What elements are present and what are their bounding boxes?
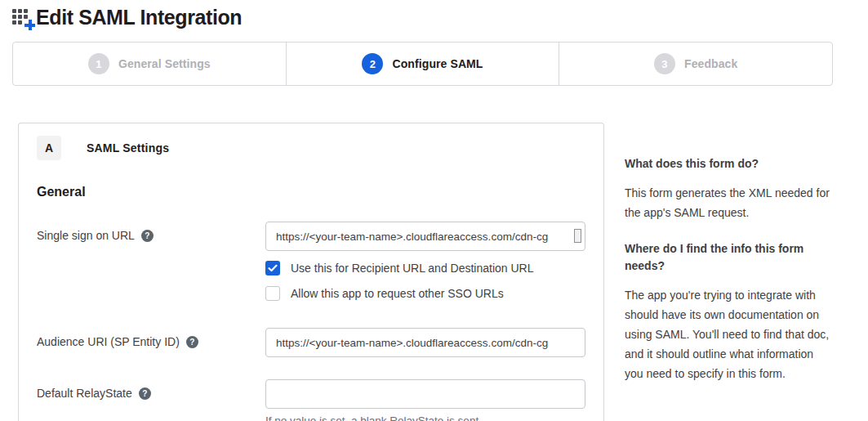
step-configure-saml[interactable]: 2 Configure SAML: [286, 43, 559, 85]
step-number-badge: 3: [654, 53, 675, 74]
section-title: SAML Settings: [87, 141, 169, 155]
main-content: A SAML Settings General Single sign on U…: [18, 123, 868, 421]
help-heading: What does this form do?: [625, 155, 830, 172]
step-label: General Settings: [118, 57, 211, 70]
checkbox-label: Use this for Recipient URL and Destinati…: [291, 262, 534, 275]
default-relaystate-input[interactable]: [265, 379, 585, 409]
recipient-url-checkbox[interactable]: [265, 261, 280, 275]
step-number-badge: 2: [362, 53, 383, 74]
single-sign-on-url-input[interactable]: [265, 222, 585, 251]
help-icon[interactable]: ?: [186, 336, 198, 348]
general-group-title: General: [37, 185, 585, 199]
saml-settings-panel: A SAML Settings General Single sign on U…: [18, 123, 604, 421]
checkbox-row-other-sso-urls: Allow this app to request other SSO URLs: [265, 286, 585, 301]
step-label: Configure SAML: [392, 57, 483, 70]
help-icon[interactable]: ?: [141, 230, 154, 242]
check-icon: [268, 263, 278, 273]
help-icon[interactable]: ?: [139, 387, 151, 400]
field-label: Default RelayState: [37, 387, 132, 400]
step-feedback[interactable]: 3 Feedback: [559, 43, 832, 85]
step-general-settings[interactable]: 1 General Settings: [13, 43, 286, 85]
wizard-steps: 1 General Settings 2 Configure SAML 3 Fe…: [12, 42, 833, 86]
help-sidebar: What does this form do? This form genera…: [625, 123, 830, 383]
checkbox-label: Allow this app to request other SSO URLs: [291, 287, 504, 300]
help-heading: Where do I find the info this form needs…: [625, 240, 830, 275]
field-row-audience-uri: Audience URI (SP Entity ID) ?: [37, 328, 585, 357]
field-label: Audience URI (SP Entity ID): [37, 335, 180, 348]
help-section-what: What does this form do? This form genera…: [625, 155, 830, 222]
checkbox-row-recipient-url: Use this for Recipient URL and Destinati…: [265, 261, 585, 275]
help-body: The app you're trying to integrate with …: [625, 285, 830, 383]
text-cursor: [574, 229, 581, 243]
step-number-badge: 1: [88, 53, 109, 74]
section-badge-a: A: [37, 136, 61, 160]
other-sso-urls-checkbox[interactable]: [265, 286, 280, 301]
help-section-where: Where do I find the info this form needs…: [625, 240, 830, 383]
page-header: Edit SAML Integration: [0, 0, 868, 29]
step-label: Feedback: [684, 57, 737, 70]
section-header: A SAML Settings: [37, 136, 585, 160]
app-grid-plus-icon: [12, 7, 34, 29]
audience-uri-input[interactable]: [265, 328, 585, 357]
field-label: Single sign on URL: [37, 229, 135, 242]
field-row-default-relaystate: Default RelayState ? If no value is set,…: [37, 379, 585, 421]
page-title: Edit SAML Integration: [36, 6, 242, 29]
relaystate-helper-text: If no value is set, a blank RelayState i…: [265, 414, 585, 421]
field-row-single-sign-on-url: Single sign on URL ? Use this for Recipi…: [37, 222, 585, 301]
help-body: This form generates the XML needed for t…: [625, 183, 830, 222]
